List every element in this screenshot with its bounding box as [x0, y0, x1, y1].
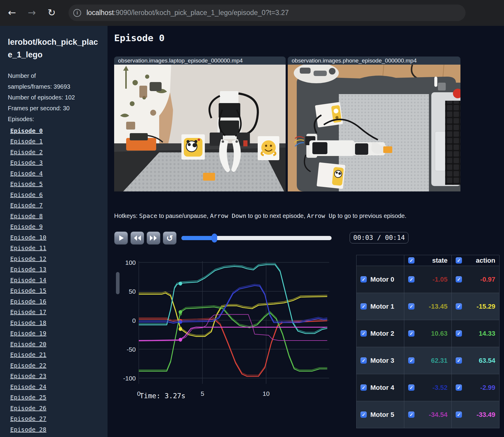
- loop-icon: ↺: [166, 234, 173, 242]
- line-motor-5-state: [139, 314, 327, 341]
- line-motor-1-state: [139, 292, 327, 335]
- motor-5-checkbox[interactable]: ✓: [360, 411, 367, 418]
- episode-link-episode-0[interactable]: Episode 0: [10, 126, 108, 136]
- table-header-state: ✓ state: [404, 255, 452, 266]
- back-icon[interactable]: ←: [5, 5, 19, 20]
- episode-link-episode-28[interactable]: Episode 28: [10, 424, 108, 435]
- episode-link-episode-20[interactable]: Episode 20: [10, 339, 108, 350]
- episode-link-episode-14[interactable]: Episode 14: [10, 275, 108, 286]
- episode-link-episode-27[interactable]: Episode 27: [10, 414, 108, 424]
- motor-2-state-value: 10.63: [431, 330, 448, 338]
- fast-forward-button[interactable]: [147, 231, 160, 245]
- motor-1-checkbox[interactable]: ✓: [360, 303, 367, 310]
- episode-link-episode-9[interactable]: Episode 9: [10, 222, 108, 232]
- motor-4-checkbox[interactable]: ✓: [360, 384, 367, 391]
- motor-3-checkbox[interactable]: ✓: [360, 357, 367, 364]
- table-header-action: ✓ action: [452, 255, 499, 266]
- stat-samples-line2: samples/frames: 39693: [8, 81, 100, 92]
- episode-link-episode-16[interactable]: Episode 16: [10, 296, 108, 307]
- motor-1-state-checkbox[interactable]: ✓: [408, 303, 414, 310]
- episode-link-episode-11[interactable]: Episode 11: [10, 243, 108, 254]
- episode-link-episode-2[interactable]: Episode 2: [10, 147, 108, 158]
- episode-link-episode-6[interactable]: Episode 6: [10, 190, 108, 200]
- motor-0-action-checkbox[interactable]: ✓: [456, 276, 462, 283]
- episode-link-episode-25[interactable]: Episode 25: [10, 392, 108, 403]
- motor-3-state-checkbox[interactable]: ✓: [408, 357, 414, 364]
- episode-link-episode-1[interactable]: Episode 1: [10, 136, 108, 147]
- motor-4-action-value: -2.99: [480, 384, 495, 392]
- svg-text:0: 0: [132, 317, 136, 324]
- stat-fps: Frames per second: 30: [8, 103, 100, 114]
- cursor-dot-motor-4-action: [179, 320, 182, 324]
- motor-3-label: Motor 3: [370, 357, 394, 365]
- episode-link-episode-5[interactable]: Episode 5: [10, 179, 108, 190]
- action-column-checkbox[interactable]: ✓: [456, 257, 462, 264]
- svg-text:10: 10: [263, 390, 269, 397]
- motor-2-checkbox[interactable]: ✓: [360, 330, 367, 337]
- rewind-button[interactable]: [130, 231, 144, 245]
- motor-3-action-checkbox[interactable]: ✓: [456, 357, 462, 364]
- key-space: Space: [139, 212, 157, 219]
- url-text[interactable]: localhost:9090/lerobot/koch_pick_place_1…: [87, 9, 289, 17]
- motor-0-state-checkbox[interactable]: ✓: [408, 276, 414, 283]
- video-card-laptop: observation.images.laptop_episode_000000…: [114, 57, 286, 191]
- seek-slider-thumb[interactable]: [212, 234, 217, 243]
- episode-link-episode-3[interactable]: Episode 3: [10, 157, 108, 168]
- panda-box: [181, 134, 205, 160]
- motor-3-state-value: 62.31: [431, 357, 448, 365]
- episode-link-episode-8[interactable]: Episode 8: [10, 211, 108, 222]
- site-info-icon[interactable]: i: [73, 9, 81, 17]
- row-motor-5-state: ✓-34.54: [404, 401, 452, 428]
- motor-5-state-value: -34.54: [429, 411, 448, 419]
- state-column-checkbox[interactable]: ✓: [408, 257, 414, 264]
- row-motor-0-action: ✓-0.97: [452, 266, 499, 293]
- motor-4-state-checkbox[interactable]: ✓: [408, 384, 414, 391]
- episode-link-episode-22[interactable]: Episode 22: [10, 360, 108, 371]
- cursor-dot-motor-3-action: [179, 282, 182, 285]
- motor-1-state-value: -13.45: [429, 303, 448, 310]
- row-motor-3-state: ✓62.31: [404, 347, 452, 374]
- episode-link-episode-13[interactable]: Episode 13: [10, 264, 108, 275]
- motor-0-checkbox[interactable]: ✓: [360, 276, 367, 283]
- cursor-dot-motor-5-action: [179, 338, 182, 341]
- video-card-phone: observation.images.phone_episode_000000.…: [288, 57, 460, 191]
- motor-1-action-checkbox[interactable]: ✓: [456, 303, 462, 310]
- motor-2-state-checkbox[interactable]: ✓: [408, 330, 414, 337]
- seek-slider[interactable]: [181, 236, 332, 240]
- stat-samples-line1: Number of: [8, 70, 100, 81]
- motor-5-state-checkbox[interactable]: ✓: [408, 411, 414, 418]
- line-motor-5-action: [139, 327, 327, 341]
- motor-5-action-checkbox[interactable]: ✓: [456, 411, 462, 418]
- episode-link-episode-12[interactable]: Episode 12: [10, 254, 108, 264]
- key-arrow-up: Arrow Up: [307, 212, 336, 219]
- episode-link-episode-23[interactable]: Episode 23: [10, 371, 108, 382]
- episode-link-episode-15[interactable]: Episode 15: [10, 286, 108, 296]
- video-player-phone[interactable]: [288, 65, 460, 191]
- episode-link-episode-17[interactable]: Episode 17: [10, 307, 108, 318]
- forward-icon[interactable]: →: [25, 5, 39, 20]
- cursor-dot-motor-2-action: [179, 310, 182, 314]
- episode-link-episode-7[interactable]: Episode 7: [10, 200, 108, 211]
- episode-link-episode-21[interactable]: Episode 21: [10, 350, 108, 360]
- motor-0-label: Motor 0: [370, 276, 394, 283]
- row-motor-3-action: ✓63.54: [452, 347, 499, 374]
- motor-2-action-checkbox[interactable]: ✓: [456, 330, 462, 337]
- url-path: :9090/lerobot/koch_pick_place_1_lego/epi…: [114, 9, 289, 17]
- reload-icon[interactable]: ↻: [44, 5, 59, 20]
- line-motor-4-state: [139, 284, 327, 322]
- address-bar[interactable]: i localhost:9090/lerobot/koch_pick_place…: [68, 5, 466, 21]
- episode-link-episode-26[interactable]: Episode 26: [10, 403, 108, 414]
- play-button[interactable]: [114, 231, 128, 245]
- episode-link-episode-10[interactable]: Episode 10: [10, 232, 108, 243]
- video-player-laptop[interactable]: [114, 65, 286, 191]
- svg-text:-50: -50: [127, 346, 136, 353]
- video-scene-laptop: [114, 65, 286, 191]
- episode-link-episode-4[interactable]: Episode 4: [10, 168, 108, 179]
- chart-time-label: Time: 3.27s: [140, 392, 185, 400]
- episode-link-episode-19[interactable]: Episode 19: [10, 328, 108, 339]
- motor-4-action-checkbox[interactable]: ✓: [456, 384, 462, 391]
- episode-link-episode-18[interactable]: Episode 18: [10, 318, 108, 329]
- row-motor-1-state: ✓-13.45: [404, 293, 452, 320]
- episode-link-episode-24[interactable]: Episode 24: [10, 382, 108, 393]
- loop-button[interactable]: ↺: [163, 231, 177, 245]
